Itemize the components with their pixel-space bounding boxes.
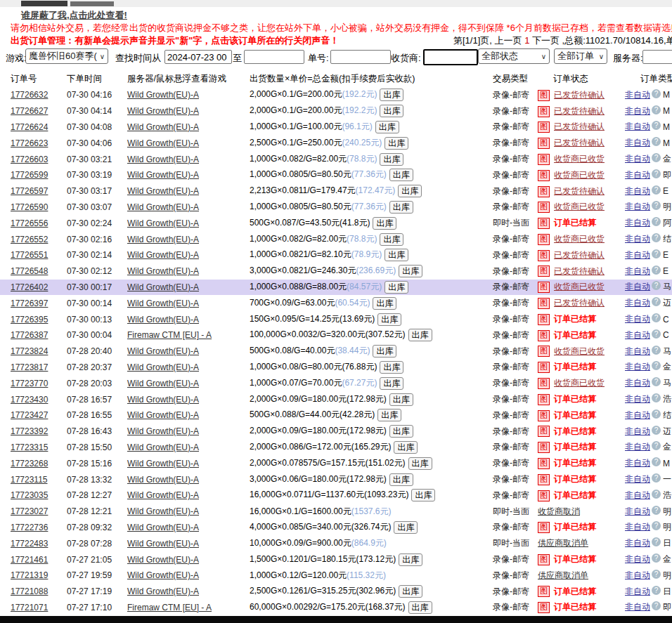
server-link[interactable]: Wild Growth(EU)-A xyxy=(127,539,199,549)
server-link[interactable]: Wild Growth(EU)-A xyxy=(127,138,199,148)
order-status-link[interactable]: 订单已结算 xyxy=(554,522,596,532)
order-no-input[interactable] xyxy=(330,50,391,64)
server-link[interactable]: Wild Growth(EU)-A xyxy=(127,395,199,405)
image-badge[interactable]: 图 xyxy=(538,122,550,133)
ship-out-button[interactable]: 出库 xyxy=(380,105,403,117)
help-icon[interactable]: ? xyxy=(652,329,661,339)
order-id-link[interactable]: 17726395 xyxy=(11,315,48,324)
buyer-input[interactable] xyxy=(423,49,478,65)
order-id-link[interactable]: 17726597 xyxy=(11,186,48,196)
order-id-link[interactable]: 17723430 xyxy=(11,395,48,405)
image-badge[interactable]: 图 xyxy=(538,154,550,165)
order-id-link[interactable]: 17721088 xyxy=(11,586,48,596)
order-id-link[interactable]: 17726387 xyxy=(11,330,48,340)
server-link[interactable]: Firemaw CTM [EU] - A xyxy=(127,603,212,612)
help-icon[interactable]: ? xyxy=(652,121,661,130)
ship-out-button[interactable]: 出库 xyxy=(399,585,422,598)
server-link[interactable]: Wild Growth(EU)-A xyxy=(127,282,199,292)
image-badge[interactable]: 图 xyxy=(538,410,550,421)
image-badge[interactable]: 图 xyxy=(538,394,550,405)
image-badge[interactable]: 图 xyxy=(538,90,550,101)
date-from-input[interactable] xyxy=(164,50,232,64)
image-badge[interactable]: 图 xyxy=(538,330,550,341)
order-type-link[interactable]: 非自动 xyxy=(625,170,650,180)
help-icon[interactable]: ? xyxy=(652,553,661,563)
ship-out-button[interactable]: 出库 xyxy=(385,281,408,294)
ship-out-button[interactable]: 出库 xyxy=(375,121,399,133)
help-icon[interactable]: ? xyxy=(652,521,661,530)
ship-out-button[interactable]: 出库 xyxy=(408,457,432,470)
order-id-link[interactable]: 17726556 xyxy=(11,218,48,228)
order-type-link[interactable]: 非自动 xyxy=(625,90,650,100)
order-status-link[interactable]: 收货商已收货 xyxy=(554,170,605,180)
order-status-link[interactable]: 收货商已收货 xyxy=(554,282,605,291)
order-status-link[interactable]: 订单已结算 xyxy=(554,394,596,404)
order-type-link[interactable]: 非自动 xyxy=(625,522,650,532)
order-status-link[interactable]: 已发货待确认 xyxy=(554,122,605,131)
ship-out-button[interactable]: 出库 xyxy=(380,88,403,101)
order-status-link[interactable]: 已发货待确认 xyxy=(554,138,605,147)
order-status-link[interactable]: 订单已结算 xyxy=(554,586,596,596)
order-status-link[interactable]: 订单已结算 xyxy=(554,410,596,420)
order-status-link[interactable]: 收货商已收货 xyxy=(554,234,605,244)
order-status-link[interactable]: 供应商取消单 xyxy=(538,538,588,548)
order-id-link[interactable]: 17723392 xyxy=(11,426,48,436)
game-select[interactable]: 魔兽怀旧60赛季( ∨ xyxy=(25,48,108,64)
order-id-link[interactable]: 17723770 xyxy=(11,379,48,388)
server-link[interactable]: Wild Growth(EU)-A xyxy=(127,170,199,180)
help-icon[interactable]: ? xyxy=(652,490,661,499)
image-badge[interactable]: 图 xyxy=(538,474,550,485)
order-id-link[interactable]: 17723027 xyxy=(11,506,48,516)
order-type-link[interactable]: 非自动 xyxy=(625,394,650,404)
order-type-link[interactable]: 非自动 xyxy=(625,506,650,516)
server-link[interactable]: Wild Growth(EU)-A xyxy=(127,426,199,436)
help-icon[interactable]: ? xyxy=(652,233,661,242)
ship-out-button[interactable]: 出库 xyxy=(394,441,418,454)
server-input[interactable] xyxy=(642,50,672,64)
help-icon[interactable]: ? xyxy=(652,601,661,610)
help-icon[interactable]: ? xyxy=(652,201,661,210)
order-id-link[interactable]: 17721071 xyxy=(11,603,48,612)
order-type-link[interactable]: 非自动 xyxy=(625,298,650,308)
order-id-link[interactable]: 17723268 xyxy=(11,459,48,468)
order-type-link[interactable]: 非自动 xyxy=(625,186,650,196)
ship-out-button[interactable]: 出库 xyxy=(411,489,435,501)
order-id-link[interactable]: 17726590 xyxy=(11,202,48,212)
ship-out-button[interactable]: 出库 xyxy=(385,137,408,150)
order-id-link[interactable]: 17726551 xyxy=(11,250,48,260)
help-icon[interactable]: ? xyxy=(652,586,661,595)
order-id-link[interactable]: 17723035 xyxy=(11,490,48,500)
server-link[interactable]: Wild Growth(EU)-A xyxy=(127,459,199,468)
help-icon[interactable]: ? xyxy=(652,570,661,579)
ship-out-button[interactable]: 出库 xyxy=(380,377,403,390)
ship-out-button[interactable]: 出库 xyxy=(380,233,403,246)
order-status-link[interactable]: 订单已结算 xyxy=(554,314,596,324)
order-type-link[interactable]: 非自动 xyxy=(625,266,650,276)
image-badge[interactable]: 图 xyxy=(538,378,550,389)
order-id-link[interactable]: 17721461 xyxy=(11,555,48,565)
ship-out-button[interactable]: 出库 xyxy=(394,521,418,534)
order-status-link[interactable]: 订单已结算 xyxy=(554,426,596,436)
server-link[interactable]: Wild Growth(EU)-A xyxy=(127,475,199,485)
ship-out-button[interactable]: 出库 xyxy=(389,201,413,214)
order-type-link[interactable]: 非自动 xyxy=(625,250,650,260)
prev-page-link[interactable]: 上一页 xyxy=(495,35,522,46)
order-id-link[interactable]: 17722736 xyxy=(11,523,48,532)
image-badge[interactable]: 图 xyxy=(538,265,550,277)
help-icon[interactable]: ? xyxy=(652,249,661,258)
order-id-link[interactable]: 17726623 xyxy=(11,138,48,148)
ship-out-button[interactable]: 出库 xyxy=(389,169,413,181)
image-badge[interactable]: 图 xyxy=(538,218,550,229)
who-blocked-me-link[interactable]: 谁屏蔽了我,点击此处查看! xyxy=(21,9,127,22)
order-type-link[interactable]: 非自动 xyxy=(625,586,650,596)
order-type-link[interactable]: 非自动 xyxy=(625,362,650,372)
image-badge[interactable]: 图 xyxy=(538,346,550,357)
order-id-link[interactable]: 17723315 xyxy=(11,442,48,452)
server-link[interactable]: Wild Growth(EU)-A xyxy=(127,379,199,388)
image-badge[interactable]: 图 xyxy=(538,298,550,309)
order-type-link[interactable]: 非自动 xyxy=(625,554,650,564)
help-icon[interactable]: ? xyxy=(652,473,661,483)
server-link[interactable]: Wild Growth(EU)-A xyxy=(127,506,199,516)
order-type-link[interactable]: 非自动 xyxy=(625,154,650,164)
help-icon[interactable]: ? xyxy=(652,105,661,114)
